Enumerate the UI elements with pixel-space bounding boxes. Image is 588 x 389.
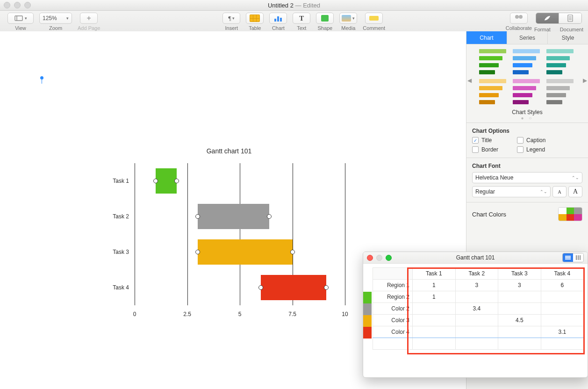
table-row[interactable]: Color 43.1 — [373, 326, 584, 338]
data-cell[interactable] — [455, 315, 498, 326]
bar-task-3[interactable] — [198, 239, 293, 265]
data-cell[interactable] — [498, 291, 541, 303]
minimize-icon[interactable] — [376, 255, 382, 261]
row-header[interactable]: Color 4 — [373, 326, 413, 338]
close-window-icon[interactable] — [4, 2, 10, 8]
bar-handle[interactable] — [153, 179, 158, 183]
chart-button[interactable] — [269, 13, 287, 24]
fullscreen-window-icon[interactable] — [24, 2, 31, 8]
data-cell[interactable] — [455, 291, 498, 303]
chart-style-thumb[interactable] — [546, 79, 575, 104]
collaborate-button[interactable] — [510, 13, 528, 24]
row-header[interactable]: Region 2 — [373, 291, 413, 303]
shape-button[interactable] — [316, 13, 334, 24]
tab-style[interactable]: Style — [548, 31, 588, 44]
series-color-chip[interactable] — [363, 327, 372, 339]
chart-style-thumb[interactable] — [479, 49, 508, 74]
data-cell[interactable]: 6 — [541, 280, 584, 291]
col-header[interactable]: Task 3 — [498, 268, 541, 280]
close-icon[interactable] — [367, 255, 373, 261]
media-button[interactable]: ▾ — [339, 13, 357, 24]
table-row[interactable]: Color 34.5 — [373, 315, 584, 326]
row-view-button[interactable] — [563, 253, 573, 262]
row-header[interactable]: Color 3 — [373, 315, 413, 326]
data-cell[interactable]: 1 — [413, 280, 456, 291]
font-larger-button[interactable]: A — [568, 186, 582, 197]
bar-task-4[interactable] — [261, 275, 326, 300]
format-button[interactable] — [536, 13, 559, 23]
table-button[interactable] — [246, 13, 264, 24]
data-cell[interactable] — [541, 315, 584, 326]
bar-handle[interactable] — [174, 179, 179, 183]
data-cell[interactable] — [498, 326, 541, 338]
table-row[interactable]: Region 11336 — [373, 280, 584, 291]
zoom-select[interactable]: 125% ▾ — [39, 13, 72, 24]
title-checkbox[interactable]: ✓Title — [472, 137, 498, 144]
data-cell[interactable] — [413, 315, 456, 326]
text-button[interactable]: T — [293, 13, 310, 24]
comment-icon — [369, 16, 379, 21]
col-header[interactable]: Task 2 — [455, 268, 498, 280]
row-header[interactable]: Color 2 — [373, 303, 413, 315]
table-row[interactable] — [373, 338, 584, 350]
window-controls[interactable] — [4, 2, 31, 8]
chart-style-thumb[interactable] — [513, 49, 542, 74]
prev-styles-icon[interactable]: ◀ — [467, 77, 472, 84]
chart-style-thumb[interactable] — [479, 79, 508, 104]
series-color-chip[interactable] — [363, 303, 372, 315]
series-color-chip[interactable] — [363, 315, 372, 327]
page-dots[interactable]: ● ○ — [469, 115, 585, 121]
bar-handle[interactable] — [258, 285, 263, 290]
data-cell[interactable]: 1 — [413, 291, 456, 303]
insert-button[interactable]: ¶▾ — [222, 13, 240, 24]
legend-checkbox[interactable]: Legend — [517, 146, 545, 153]
data-cell[interactable] — [541, 303, 584, 315]
data-cell[interactable]: 3.1 — [541, 326, 584, 338]
col-header[interactable]: Task 4 — [541, 268, 584, 280]
chart-colors-button[interactable] — [558, 207, 582, 221]
zoom-window-icon[interactable] — [386, 255, 392, 261]
chart-data-editor[interactable]: Gantt chart 101 Task 1Task 2Task 3Task 4… — [363, 252, 588, 378]
document-button[interactable] — [559, 13, 581, 23]
table-row[interactable]: Region 21 — [373, 291, 584, 303]
chart-title[interactable]: Gantt chart 101 — [108, 147, 351, 155]
series-color-chip[interactable] — [363, 292, 372, 303]
data-cell[interactable]: 3 — [498, 280, 541, 291]
col-header[interactable]: Task 1 — [413, 268, 456, 280]
comment-button[interactable] — [365, 13, 383, 24]
bar-task-2[interactable] — [198, 204, 269, 229]
font-weight-select[interactable]: Regular⌃⌄ — [472, 186, 551, 197]
data-editor-window-controls[interactable] — [367, 255, 392, 261]
data-cell[interactable] — [413, 303, 456, 315]
data-cell[interactable] — [498, 303, 541, 315]
bar-handle[interactable] — [324, 285, 329, 290]
tab-chart[interactable]: Chart — [466, 31, 507, 44]
bar-task-1[interactable] — [156, 168, 177, 194]
chart-style-thumb[interactable] — [513, 79, 542, 104]
data-table[interactable]: Task 1Task 2Task 3Task 4Region 11336Regi… — [373, 267, 584, 350]
bar-handle[interactable] — [195, 214, 200, 219]
data-cell[interactable] — [541, 291, 584, 303]
font-smaller-button[interactable]: A — [552, 186, 566, 197]
minimize-window-icon[interactable] — [14, 2, 21, 8]
next-styles-icon[interactable]: ▶ — [583, 77, 587, 84]
tab-series[interactable]: Series — [507, 31, 548, 44]
bar-handle[interactable] — [290, 250, 295, 254]
bar-handle[interactable] — [195, 250, 200, 254]
add-page-button[interactable]: + — [80, 13, 98, 24]
table-row[interactable]: Color 23.4 — [373, 303, 584, 315]
font-family-select[interactable]: Helvetica Neue⌃⌄ — [472, 172, 582, 183]
data-cell[interactable] — [455, 326, 498, 338]
row-header[interactable]: Region 1 — [373, 280, 413, 291]
data-cell[interactable]: 3.4 — [455, 303, 498, 315]
chart-style-thumb[interactable] — [546, 49, 575, 74]
column-view-button[interactable] — [573, 253, 583, 262]
caption-checkbox[interactable]: Caption — [517, 137, 545, 144]
view-button[interactable]: ▾ — [7, 13, 34, 24]
data-cell[interactable]: 4.5 — [498, 315, 541, 326]
data-cell[interactable] — [413, 326, 456, 338]
border-checkbox[interactable]: Border — [472, 146, 498, 153]
data-cell[interactable]: 3 — [455, 280, 498, 291]
chart-options-header: Chart Options — [472, 128, 582, 134]
bar-handle[interactable] — [267, 214, 272, 219]
